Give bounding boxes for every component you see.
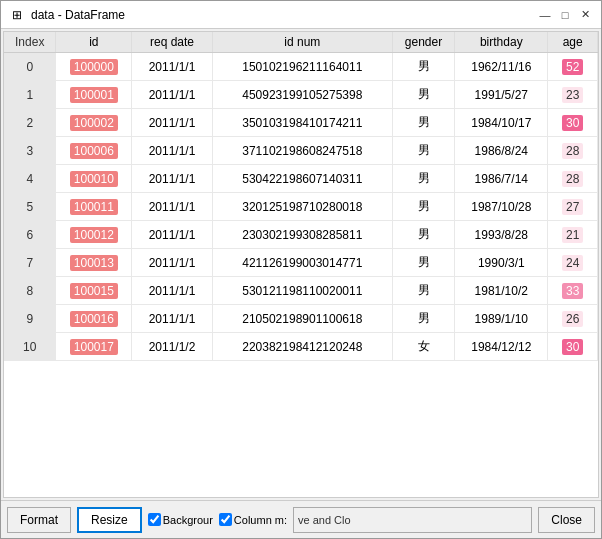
- cell-index: 2: [4, 109, 56, 137]
- window-title: data - DataFrame: [31, 8, 125, 22]
- cell-age: 28: [548, 137, 598, 165]
- cell-idnum: 320125198710280018: [212, 193, 392, 221]
- data-table: Index id req date id num gender birthday…: [4, 32, 598, 361]
- cell-id: 100006: [56, 137, 132, 165]
- cell-gender: 男: [392, 109, 455, 137]
- cell-reqdate: 2011/1/1: [132, 221, 213, 249]
- cell-id: 100015: [56, 277, 132, 305]
- action-text: ve and Clo: [298, 514, 351, 526]
- cell-id: 100000: [56, 53, 132, 81]
- cell-index: 6: [4, 221, 56, 249]
- table-row: 8 100015 2011/1/1 530121198110020011 男 1…: [4, 277, 598, 305]
- cell-gender: 男: [392, 305, 455, 333]
- cell-reqdate: 2011/1/1: [132, 109, 213, 137]
- table-row: 1 100001 2011/1/1 450923199105275398 男 1…: [4, 81, 598, 109]
- cell-id: 100013: [56, 249, 132, 277]
- cell-age: 24: [548, 249, 598, 277]
- status-bar: Format Resize Backgrour Column m: ve and…: [1, 500, 601, 538]
- cell-reqdate: 2011/1/1: [132, 165, 213, 193]
- cell-gender: 女: [392, 333, 455, 361]
- cell-id: 100011: [56, 193, 132, 221]
- cell-age: 21: [548, 221, 598, 249]
- cell-idnum: 150102196211164011: [212, 53, 392, 81]
- cell-birthday: 1962/11/16: [455, 53, 548, 81]
- header-reqdate: req date: [132, 32, 213, 53]
- cell-age: 52: [548, 53, 598, 81]
- cell-age: 26: [548, 305, 598, 333]
- cell-birthday: 1987/10/28: [455, 193, 548, 221]
- cell-gender: 男: [392, 165, 455, 193]
- title-controls: — □ ✕: [537, 7, 593, 23]
- cell-idnum: 450923199105275398: [212, 81, 392, 109]
- cell-index: 0: [4, 53, 56, 81]
- cell-age: 23: [548, 81, 598, 109]
- table-row: 7 100013 2011/1/1 421126199003014771 男 1…: [4, 249, 598, 277]
- cell-index: 3: [4, 137, 56, 165]
- cell-idnum: 220382198412120248: [212, 333, 392, 361]
- cell-reqdate: 2011/1/1: [132, 53, 213, 81]
- column-label: Column m:: [234, 514, 287, 526]
- background-label: Backgrour: [163, 514, 213, 526]
- cell-idnum: 210502198901100618: [212, 305, 392, 333]
- cell-index: 10: [4, 333, 56, 361]
- cell-index: 5: [4, 193, 56, 221]
- cell-age: 27: [548, 193, 598, 221]
- cell-id: 100012: [56, 221, 132, 249]
- cell-idnum: 350103198410174211: [212, 109, 392, 137]
- close-bottom-button[interactable]: Close: [538, 507, 595, 533]
- cell-gender: 男: [392, 137, 455, 165]
- cell-gender: 男: [392, 277, 455, 305]
- table-scroll-area[interactable]: Index id req date id num gender birthday…: [4, 32, 598, 497]
- cell-birthday: 1984/10/17: [455, 109, 548, 137]
- cell-gender: 男: [392, 221, 455, 249]
- table-row: 4 100010 2011/1/1 530422198607140311 男 1…: [4, 165, 598, 193]
- header-index: Index: [4, 32, 56, 53]
- column-checkbox[interactable]: [219, 513, 232, 526]
- resize-button[interactable]: Resize: [77, 507, 142, 533]
- background-checkbox[interactable]: [148, 513, 161, 526]
- cell-birthday: 1991/5/27: [455, 81, 548, 109]
- cell-age: 30: [548, 333, 598, 361]
- cell-idnum: 530422198607140311: [212, 165, 392, 193]
- cell-reqdate: 2011/1/1: [132, 305, 213, 333]
- header-idnum: id num: [212, 32, 392, 53]
- format-button[interactable]: Format: [7, 507, 71, 533]
- table-row: 2 100002 2011/1/1 350103198410174211 男 1…: [4, 109, 598, 137]
- header-id: id: [56, 32, 132, 53]
- cell-age: 30: [548, 109, 598, 137]
- header-gender: gender: [392, 32, 455, 53]
- cell-id: 100001: [56, 81, 132, 109]
- cell-age: 28: [548, 165, 598, 193]
- table-row: 10 100017 2011/1/2 220382198412120248 女 …: [4, 333, 598, 361]
- cell-idnum: 530121198110020011: [212, 277, 392, 305]
- cell-index: 1: [4, 81, 56, 109]
- cell-birthday: 1993/8/28: [455, 221, 548, 249]
- cell-reqdate: 2011/1/1: [132, 277, 213, 305]
- cell-index: 8: [4, 277, 56, 305]
- header-birthday: birthday: [455, 32, 548, 53]
- cell-gender: 男: [392, 249, 455, 277]
- cell-id: 100002: [56, 109, 132, 137]
- cell-reqdate: 2011/1/2: [132, 333, 213, 361]
- cell-birthday: 1981/10/2: [455, 277, 548, 305]
- table-row: 0 100000 2011/1/1 150102196211164011 男 1…: [4, 53, 598, 81]
- close-button[interactable]: ✕: [577, 7, 593, 23]
- main-window: ⊞ data - DataFrame — □ ✕ Index id req da…: [0, 0, 602, 539]
- cell-age: 33: [548, 277, 598, 305]
- cell-gender: 男: [392, 53, 455, 81]
- cell-reqdate: 2011/1/1: [132, 249, 213, 277]
- cell-birthday: 1984/12/12: [455, 333, 548, 361]
- maximize-button[interactable]: □: [557, 7, 573, 23]
- cell-index: 4: [4, 165, 56, 193]
- cell-id: 100017: [56, 333, 132, 361]
- minimize-button[interactable]: —: [537, 7, 553, 23]
- cell-id: 100016: [56, 305, 132, 333]
- table-header-row: Index id req date id num gender birthday…: [4, 32, 598, 53]
- title-bar: ⊞ data - DataFrame — □ ✕: [1, 1, 601, 29]
- cell-id: 100010: [56, 165, 132, 193]
- header-age: age: [548, 32, 598, 53]
- data-table-container: Index id req date id num gender birthday…: [3, 31, 599, 498]
- cell-index: 7: [4, 249, 56, 277]
- cell-index: 9: [4, 305, 56, 333]
- title-bar-left: ⊞ data - DataFrame: [9, 7, 125, 23]
